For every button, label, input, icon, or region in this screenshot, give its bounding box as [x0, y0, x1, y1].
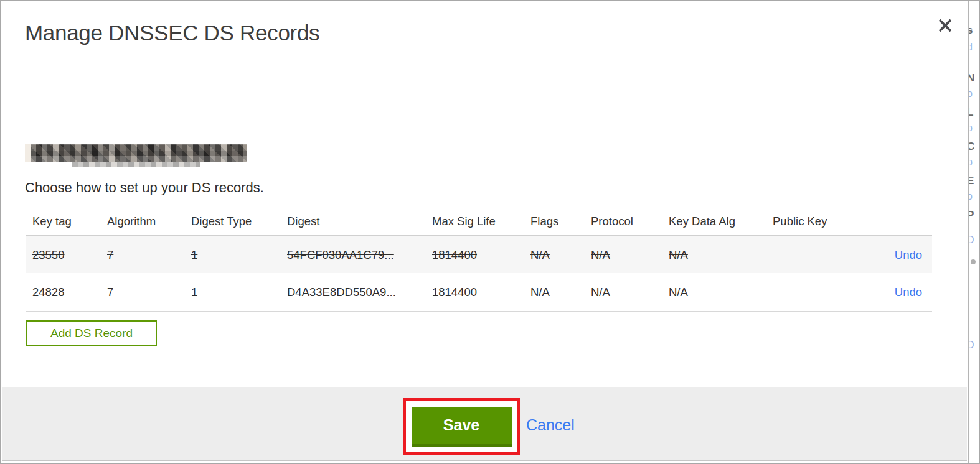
background-text-fragment: D: [968, 340, 974, 350]
setup-instructions: Choose how to set up your DS records.: [25, 180, 264, 196]
cell-digest: D4A33E8DD550A9...: [281, 273, 426, 312]
modal-title: Manage DNSSEC DS Records: [25, 21, 319, 45]
redacted-domain-name: [25, 144, 247, 162]
background-text-fragment: E: [968, 175, 974, 186]
table-row: 24828 7 1 D4A33E8DD550A9... 1814400 N/A …: [26, 273, 932, 312]
background-text-fragment: d: [968, 42, 973, 52]
background-text-fragment: o: [968, 89, 973, 99]
cell-actions: Undo: [880, 273, 932, 312]
background-text-fragment: o: [968, 123, 973, 133]
background-text-fragment: L: [968, 107, 973, 118]
background-dot: [971, 259, 976, 264]
col-header-digest-type: Digest Type: [185, 207, 281, 236]
cell-protocol: N/A: [585, 236, 662, 273]
cell-max-sig-life: 1814400: [426, 273, 524, 312]
col-header-algorithm: Algorithm: [101, 207, 185, 236]
background-text-fragment: C: [968, 141, 974, 152]
redacted-domain-name-fragment: [72, 162, 200, 167]
cell-key-tag: 23550: [26, 236, 101, 273]
screen: Manage DNSSEC DS Records Choose how to s…: [0, 0, 980, 464]
cell-key-tag: 24828: [26, 273, 101, 312]
add-ds-record-button[interactable]: Add DS Record: [26, 320, 157, 346]
background-text-fragment: s: [968, 25, 973, 35]
cell-flags: N/A: [524, 273, 585, 312]
ds-records-table: Key tag Algorithm Digest Type Digest Max…: [26, 207, 932, 312]
col-header-digest: Digest: [281, 207, 426, 236]
background-text-fragment: P: [968, 210, 974, 220]
cancel-link[interactable]: Cancel: [526, 416, 575, 434]
cell-max-sig-life: 1814400: [426, 236, 524, 273]
close-button[interactable]: [935, 16, 955, 36]
col-header-protocol: Protocol: [585, 207, 662, 236]
cell-protocol: N/A: [585, 273, 662, 312]
close-icon: [936, 27, 954, 36]
cell-public-key: [766, 273, 880, 312]
save-button[interactable]: Save: [412, 407, 512, 447]
cell-digest-type: 1: [185, 273, 281, 312]
cell-digest-type: 1: [185, 236, 281, 273]
undo-link[interactable]: Undo: [895, 248, 922, 261]
col-header-key-data-alg: Key Data Alg: [662, 207, 766, 236]
cell-digest: 54FCF030AA1C79...: [281, 236, 426, 273]
background-text-fragment: o: [968, 192, 973, 202]
cell-algorithm: 7: [101, 236, 185, 273]
cell-public-key: [766, 236, 880, 273]
col-header-public-key: Public Key: [766, 207, 880, 236]
cell-algorithm: 7: [101, 273, 185, 312]
cell-flags: N/A: [524, 236, 585, 273]
table-row: 23550 7 1 54FCF030AA1C79... 1814400 N/A …: [26, 236, 932, 273]
modal-footer: Save Cancel: [2, 387, 967, 461]
col-header-flags: Flags: [524, 207, 585, 236]
col-header-actions: [880, 207, 932, 236]
cell-actions: Undo: [880, 236, 932, 273]
background-text-fragment: o: [968, 157, 973, 167]
col-header-key-tag: Key tag: [26, 207, 101, 236]
table-header-row: Key tag Algorithm Digest Type Digest Max…: [26, 207, 932, 236]
cell-key-data-alg: N/A: [662, 236, 766, 273]
col-header-max-sig-life: Max Sig Life: [426, 207, 524, 236]
dnssec-modal: Manage DNSSEC DS Records Choose how to s…: [2, 1, 967, 463]
background-text-fragment: N: [968, 73, 974, 83]
undo-link[interactable]: Undo: [895, 285, 922, 299]
background-page-strip: sdNoLoCoEoPDD: [968, 1, 980, 464]
annotation-highlight-box: Save: [403, 398, 520, 455]
cell-key-data-alg: N/A: [662, 273, 766, 312]
background-text-fragment: D: [968, 235, 974, 245]
